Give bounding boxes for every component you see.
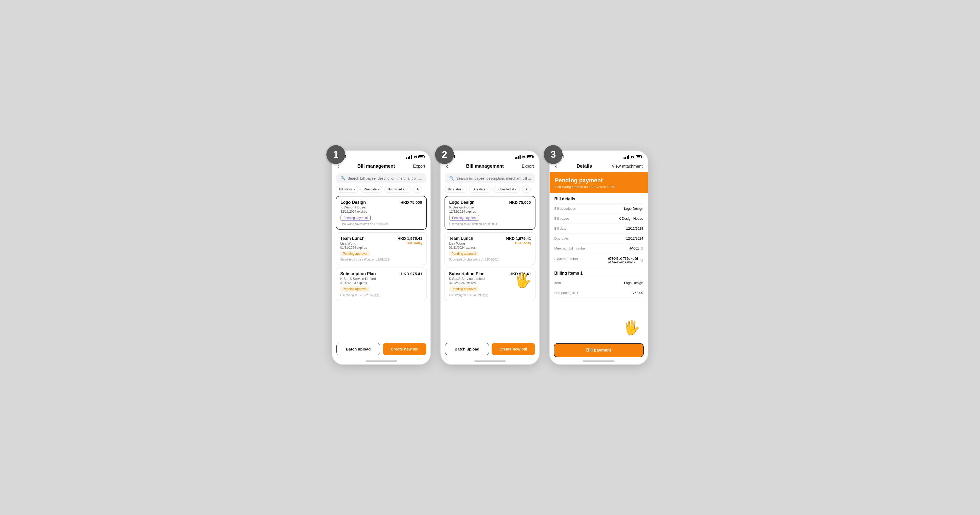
filter-chip[interactable]: Submitted at ▾ — [493, 186, 520, 193]
batch-upload-button[interactable]: Batch upload — [336, 343, 380, 355]
copy-icon[interactable]: ⧉ — [641, 258, 643, 263]
search-input[interactable] — [348, 176, 422, 180]
nav-title: Bill management — [466, 163, 504, 169]
signal-icon — [624, 155, 629, 159]
chevron-down-icon: ▾ — [378, 188, 379, 191]
bill-card[interactable]: Subscription Plan HKD 975.41 K SaaS Serv… — [336, 268, 427, 301]
filter-chip[interactable]: A — [522, 186, 531, 193]
detail-label: Bill date — [554, 226, 590, 230]
nav-bar: ‹ Bill management Export — [441, 161, 539, 172]
filter-chip[interactable]: Bill status ▾ — [336, 186, 358, 193]
bill-payee: K Design House — [449, 205, 474, 209]
chevron-down-icon: ▾ — [353, 188, 355, 191]
detail-row: Bill payee K Design House — [554, 214, 643, 224]
detail-label: Merchant bill number — [554, 246, 628, 250]
bill-payee: K SaaS Service Limited — [449, 277, 485, 281]
bottom-bar: Batch upload Create new bill — [441, 339, 539, 360]
view-attachment-button[interactable]: View attachment — [612, 164, 643, 169]
detail-value-copy: 673043a0-732c-4b9d- a14e-4b261aa8a47 ⧉ — [608, 257, 643, 264]
status-bar: 9:41 ⋈ — [332, 151, 430, 161]
status-badge: Pending approval — [340, 251, 370, 256]
detail-value: INV-001 — [628, 247, 639, 250]
bill-list: Logo Design HKD 75,000 K Design House 12… — [332, 196, 430, 339]
batch-upload-button[interactable]: Batch upload — [445, 343, 489, 355]
copy-icon[interactable]: ⧉ — [641, 246, 643, 251]
export-button[interactable]: Export — [413, 164, 425, 169]
bill-name: Logo Design — [340, 200, 366, 205]
filter-label: Due date — [364, 188, 377, 191]
filter-label: Bill status — [448, 188, 461, 191]
status-bar: 9:41 ⋈ — [441, 151, 539, 161]
create-bill-button[interactable]: Create new bill — [383, 343, 426, 355]
phone-screen-3: 9:41 ⋈ ‹ Details View attachment — [549, 150, 648, 365]
bill-amount: HKD 1,975.41 — [398, 236, 422, 241]
step-number-3: 3 — [544, 145, 563, 164]
bill-footer: Submitted by Lisa Wong on 12/09/2024 — [449, 258, 531, 261]
bill-footer: Submitted by Lisa Wong on 12/09/2024 — [340, 258, 422, 261]
detail-value: 12/12/2024 — [590, 236, 643, 240]
step-number-1: 1 — [326, 145, 345, 164]
bill-card[interactable]: Team Lunch HKD 1,975.41 Lisa Wong Due To… — [336, 232, 427, 265]
status-badge: Pending payment — [449, 215, 479, 221]
back-button[interactable]: ‹ — [446, 163, 448, 170]
filter-chip[interactable]: Due date ▾ — [469, 186, 491, 193]
billing-item-label: Item — [554, 281, 590, 285]
home-indicator — [474, 360, 506, 362]
bill-expiry: 31/12/2024 expires — [449, 281, 531, 285]
wifi-icon: ⋈ — [414, 155, 417, 159]
bill-payment-button[interactable]: Bill payment — [554, 343, 644, 357]
bill-expiry: 01/31/2024 expires — [340, 246, 422, 250]
back-button[interactable]: ‹ — [337, 163, 339, 170]
pending-banner: Pending payment Lisa Wong created on 12/… — [550, 172, 648, 193]
bill-card[interactable]: Subscription Plan HKD 975.41 K SaaS Serv… — [444, 268, 536, 301]
scene: 1 9:41 ⋈ ‹ Bill management Exp — [332, 150, 648, 365]
filter-label: Bill status — [339, 188, 353, 191]
filter-chip[interactable]: Bill status ▾ — [444, 186, 467, 193]
step-number-2: 2 — [435, 145, 454, 164]
pending-banner-title: Pending payment — [555, 177, 643, 184]
signal-icon — [406, 155, 412, 159]
step-3: 3 9:41 ⋈ ‹ Details View attach — [549, 150, 648, 365]
status-icons: ⋈ — [515, 155, 533, 159]
status-bar: 9:41 ⋈ — [550, 151, 648, 161]
status-badge: Pending payment — [340, 215, 371, 221]
billing-item-value: 75,000 — [590, 291, 643, 295]
battery-icon — [527, 155, 533, 158]
billing-item-row: Item Logo Design — [554, 278, 643, 288]
bill-amount: HKD 975.41 — [509, 271, 531, 276]
detail-value: 673043a0-732c-4b9d- a14e-4b261aa8a47 — [608, 257, 639, 264]
detail-value: Logo Design — [590, 207, 643, 210]
bill-name: Subscription Plan — [340, 271, 376, 276]
battery-icon — [636, 155, 641, 158]
search-input[interactable] — [456, 176, 531, 180]
export-button[interactable]: Export — [522, 164, 534, 169]
bill-name: Team Lunch — [340, 236, 364, 241]
detail-value: 12/12/2024 — [590, 226, 643, 230]
filter-chip[interactable]: Submitted at ▾ — [384, 186, 411, 193]
bill-expiry: 12/12/2024 expires — [449, 210, 531, 214]
pending-banner-sub: Lisa Wong created on 12/09/2024 12:58. — [555, 185, 643, 189]
nav-bar: ‹ Bill management Export — [332, 161, 430, 172]
bill-card[interactable]: Logo Design HKD 75,000 K Design House 12… — [444, 196, 536, 230]
detail-row: Bill date 12/12/2024 — [554, 224, 643, 234]
chevron-down-icon: ▾ — [486, 188, 488, 191]
detail-row: System number 673043a0-732c-4b9d- a14e-4… — [554, 254, 643, 267]
create-bill-button[interactable]: Create new bill — [492, 343, 535, 355]
bill-details-heading: Bill details — [554, 193, 643, 204]
filter-chip[interactable]: Due date ▾ — [360, 186, 382, 193]
search-bar[interactable]: 🔍 — [336, 174, 426, 183]
bill-footer: Lisa Wong saved draft on 12/09/2024 — [449, 222, 531, 225]
filter-label: A — [525, 188, 527, 191]
bill-card[interactable]: Logo Design HKD 75,000 K Design House 12… — [336, 196, 427, 230]
bill-payee: K Design House — [340, 205, 365, 209]
detail-label: System number — [554, 257, 608, 261]
status-icons: ⋈ — [624, 155, 641, 159]
chevron-down-icon: ▾ — [515, 188, 516, 191]
wifi-icon: ⋈ — [631, 155, 634, 159]
bill-card[interactable]: Team Lunch HKD 1,975.41 Lisa Wong Due To… — [444, 232, 536, 265]
detail-row: Bill description Logo Design — [554, 204, 643, 214]
bill-expiry: 31/12/2024 expires — [340, 281, 422, 285]
back-button[interactable]: ‹ — [555, 163, 557, 170]
filter-chip[interactable]: A — [413, 186, 422, 193]
search-bar[interactable]: 🔍 — [445, 174, 535, 183]
